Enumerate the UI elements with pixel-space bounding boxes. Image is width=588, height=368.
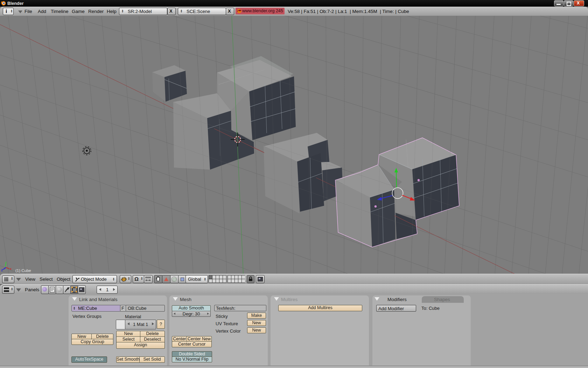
svg-text:(1) Cube: (1) Cube (15, 268, 31, 273)
svg-text:Z: Z (1, 268, 3, 272)
svg-text:x: x (10, 267, 12, 271)
